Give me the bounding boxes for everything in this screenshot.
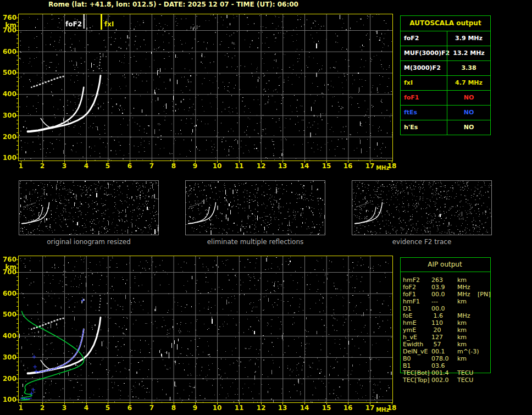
autoscala-row-M(3000)F2: M(3000)F23.38 <box>401 60 490 75</box>
y-axis-tick <box>16 64 18 65</box>
y-axis-tick <box>16 38 18 39</box>
aip-row-unit <box>457 362 478 369</box>
y-axis-tick <box>16 103 18 103</box>
y-axis-tick <box>15 158 18 158</box>
aip-row-value: 00.0 <box>431 305 457 312</box>
y-axis-tick <box>16 348 18 349</box>
aip-row-foE: foE 1.6MHz <box>403 312 529 319</box>
x-axis-tick <box>64 403 65 405</box>
aip-row-unit: MHz <box>457 312 478 319</box>
y-axis-tick <box>16 111 18 112</box>
x-axis-tick <box>326 161 327 163</box>
x-axis-tick <box>108 403 108 405</box>
x-axis-unit-label: MHz <box>376 165 389 171</box>
y-axis-tick <box>16 150 18 150</box>
y-axis-tick <box>16 323 18 324</box>
autoscala-table-title: AUTOSCALA output <box>401 16 490 31</box>
aip-row-label: h_vE <box>403 334 431 341</box>
y-axis-tick <box>16 77 18 78</box>
x-axis-tick-label: 3 <box>58 162 71 170</box>
x-axis-tick <box>304 403 305 405</box>
aip-row-unit: km <box>457 319 478 327</box>
aip-row-unit: km <box>457 327 478 334</box>
y-axis-tick-label: 100 <box>0 154 16 162</box>
top-ionogram-plot <box>18 14 393 161</box>
aip-row-B0: B0078.0km <box>403 355 529 362</box>
aip-row-value: 078.0 <box>431 355 457 362</box>
y-axis-tick <box>16 306 18 307</box>
aip-row-value: 20 <box>431 327 457 334</box>
aip-row-unit: km <box>457 276 478 284</box>
x-axis-tick-label: 3 <box>58 404 71 412</box>
x-axis-tick-label: 9 <box>189 404 202 412</box>
aip-row-hmF1: hmF1---km <box>403 298 529 305</box>
annotation-label-foF2: foF2 <box>65 20 82 28</box>
x-axis-tick-label: 16 <box>341 162 354 170</box>
y-axis-tick <box>15 115 18 116</box>
x-axis-tick-label: 11 <box>232 404 246 412</box>
x-axis-tick <box>108 161 108 163</box>
aip-row-D1: D100.0 <box>403 305 529 312</box>
x-axis-tick <box>261 161 262 163</box>
y-axis-tick-label: 600 <box>0 290 16 297</box>
x-axis-tick <box>392 403 392 405</box>
autoscala-row-foF1: foF1NO <box>401 90 490 105</box>
y-axis-tick-label: 400 <box>0 90 16 98</box>
aip-row-extra: [PN] <box>478 291 490 298</box>
x-axis-tick <box>217 403 218 405</box>
x-axis-tick <box>21 161 21 163</box>
y-axis-tick <box>16 86 18 86</box>
aip-row-unit <box>457 305 478 312</box>
aip-row-ymE: ymE 20km <box>403 327 529 334</box>
x-axis-tick-label: 6 <box>123 162 136 170</box>
y-axis-tick-label: 200 <box>0 133 16 141</box>
aip-row-unit: km <box>457 355 478 362</box>
y-axis-tick-label: 500 <box>0 69 16 76</box>
y-axis-tick <box>16 362 18 362</box>
thumbnail-original-caption: original ionogram resized <box>19 238 159 246</box>
x-axis-tick-label: 13 <box>276 404 289 412</box>
autoscala-row-foF2: foF23.9 MHz <box>401 31 490 46</box>
x-axis-tick <box>348 403 348 405</box>
y-axis-tick <box>16 319 18 319</box>
aip-row-value: 263 <box>431 276 457 284</box>
y-axis-tick <box>16 276 18 277</box>
y-axis-tick <box>16 259 18 260</box>
aip-row-unit: m^(-3) <box>457 348 478 355</box>
x-axis-tick-label: 11 <box>232 162 246 170</box>
x-axis-tick <box>42 403 43 405</box>
y-axis-tick <box>16 145 18 146</box>
annotation-label-fxI: fxI <box>104 20 114 28</box>
autoscala-row-fxI: fxI4.7 MHz <box>401 75 490 90</box>
y-axis-tick-label: 300 <box>0 353 16 361</box>
y-axis-tick <box>16 366 18 366</box>
y-axis-tick <box>16 120 18 120</box>
aip-row-unit: km <box>457 298 478 305</box>
y-axis-tick <box>16 60 18 60</box>
aip-row-label: D1 <box>403 305 431 312</box>
x-axis-tick <box>304 161 305 163</box>
x-axis-tick-label: 14 <box>298 162 311 170</box>
aip-row-value: 00.1 <box>431 348 457 355</box>
x-axis-tick-label: 13 <box>276 162 289 170</box>
y-axis-tick <box>16 132 18 133</box>
thumbnail-original-canvas <box>19 181 158 235</box>
y-axis-tick-label: 760 <box>0 256 16 263</box>
x-axis-tick <box>195 403 196 405</box>
y-axis-tick <box>16 285 18 285</box>
y-axis-tick <box>16 107 18 107</box>
thumbnail-no-multiples-caption: eliminate multiple reflections <box>185 238 325 246</box>
autoscala-row-label: ftEs <box>401 106 447 120</box>
x-axis-tick <box>392 161 392 163</box>
y-axis-tick <box>15 94 18 95</box>
y-axis-tick <box>16 302 18 302</box>
y-axis-tick <box>16 47 18 48</box>
aip-row-value: 1.6 <box>431 312 457 319</box>
y-axis-tick <box>16 43 18 43</box>
bottom-ionogram-canvas <box>19 256 392 402</box>
aip-row-hmE: hmE110km <box>403 319 529 327</box>
y-axis-tick <box>16 328 18 328</box>
y-axis-tick-label: 760 <box>0 14 16 21</box>
aip-row-value: 110 <box>431 319 457 327</box>
aip-row-label: foF2 <box>403 284 431 291</box>
